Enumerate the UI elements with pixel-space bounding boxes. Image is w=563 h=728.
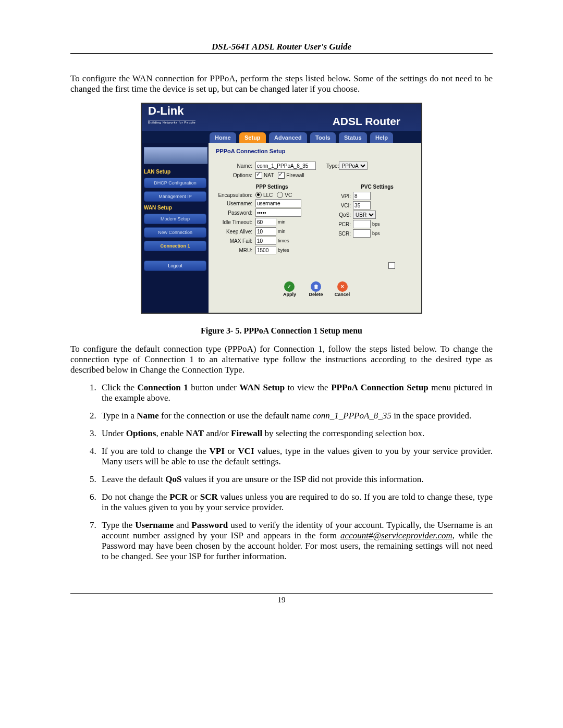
sidebar-heading-lan: LAN Setup [144,169,206,175]
page-footer: 19 [70,593,493,604]
mru-unit: bytes [278,248,289,253]
step-6: Do not change the PCR or SCR values unle… [99,492,493,513]
idle-timeout-label: Idle Timeout: [216,219,255,225]
llc-radio[interactable] [255,192,262,198]
pcr-label: PCR: [338,221,353,227]
figure-caption: Figure 3- 5. PPPoA Connection 1 Setup me… [70,326,493,336]
sidebar-new-connection[interactable]: New Connection [144,227,206,238]
keep-unit: min [278,229,286,234]
mru-label: MRU: [216,248,255,253]
delete-icon[interactable]: 🗑 [311,281,321,292]
mru-input[interactable] [255,246,276,254]
tab-setup[interactable]: Setup [239,132,266,143]
dlink-logo-sub: Building Networks for People [148,120,195,124]
pvc-settings-title: PVC Settings [338,184,416,190]
dlink-logo: D-Link [148,106,416,116]
options-label: Options: [216,172,255,178]
cancel-label: Cancel [330,292,355,297]
sidebar-connection-1[interactable]: Connection 1 [144,241,206,251]
vpi-label: VPI: [338,193,353,199]
encap-label: Encapsulation: [216,192,255,198]
nat-label: NAT [264,172,274,178]
keep-alive-label: Keep Alive: [216,229,255,235]
vci-label: VCI: [338,203,353,208]
apply-label: Apply [277,292,302,297]
password-input[interactable] [255,208,301,217]
qos-label: QoS: [338,212,353,218]
intro-paragraph: To configure the WAN connection for PPPo… [70,73,493,94]
steps-list: Click the Connection 1 button under WAN … [70,382,493,562]
vpi-input[interactable] [353,192,371,200]
pcr-input[interactable] [353,220,371,228]
figure-router-screenshot: D-Link Building Networks for People ADSL… [70,103,493,314]
step-7: Type the Username and Password used to v… [99,520,493,562]
bottom-checkbox[interactable] [388,262,395,269]
tab-help[interactable]: Help [370,132,393,143]
max-fail-label: MAX Fail: [216,238,255,244]
router-tabs: Home Setup Advanced Tools Status Help [142,131,421,143]
type-select[interactable]: PPPoA [339,162,368,170]
llc-label: LLC [263,192,273,198]
device-image [144,147,207,164]
qos-select[interactable]: UBR [353,211,376,219]
sidebar-modem-setup[interactable]: Modem Setup [144,214,206,224]
name-label: Name: [216,163,255,169]
content-title: PPPoA Connection Setup [216,148,416,154]
nat-checkbox[interactable] [255,172,262,179]
vci-input[interactable] [353,201,371,209]
firewall-label: Firewall [286,172,304,178]
tab-home[interactable]: Home [210,132,236,143]
type-label: Type: [326,163,339,169]
router-sidebar: LAN Setup DHCP Configuration Management … [142,143,209,313]
delete-label: Delete [303,292,328,297]
vc-label: VC [285,192,292,198]
scr-input[interactable] [353,229,371,238]
router-banner: D-Link Building Networks for People ADSL… [142,104,421,131]
router-content: PPPoA Connection Setup Name: Type: PPPoA… [209,143,421,313]
name-input[interactable] [255,162,316,170]
idle-unit: min [278,219,286,225]
step-4: If you are told to change the VPI or VCI… [99,446,493,467]
username-label: Username: [216,201,255,206]
tab-tools[interactable]: Tools [310,132,336,143]
step-2: Type in a Name for the connection or use… [99,411,493,421]
banner-title: ADSL Router [333,115,400,128]
para-after-figure: To configure the default connection type… [70,344,493,375]
sidebar-heading-wan: WAN Setup [144,205,206,211]
password-label: Password: [216,210,255,216]
tab-status[interactable]: Status [339,132,367,143]
sidebar-management-ip[interactable]: Management IP [144,191,206,202]
step-3: Under Options, enable NAT and/or Firewal… [99,428,493,439]
ppp-settings-title: PPP Settings [216,184,328,190]
cancel-icon[interactable]: ✕ [337,281,348,292]
apply-icon[interactable]: ✓ [284,281,295,292]
scr-label: SCR: [338,231,353,237]
max-fail-input[interactable] [255,237,276,245]
sidebar-dhcp-config[interactable]: DHCP Configuration [144,178,206,188]
username-input[interactable] [255,199,301,207]
max-unit: times [278,238,289,243]
page-header: DSL-564T ADSL Router User's Guide [70,42,493,54]
idle-timeout-input[interactable] [255,218,276,226]
pcr-unit: bps [372,221,380,227]
firewall-checkbox[interactable] [278,172,285,179]
sidebar-logout[interactable]: Logout [144,261,206,271]
scr-unit: bps [372,231,380,236]
step-1: Click the Connection 1 button under WAN … [99,382,493,403]
tab-advanced[interactable]: Advanced [269,132,307,143]
vc-radio[interactable] [277,192,283,198]
step-5: Leave the default QoS values if you are … [99,474,493,485]
keep-alive-input[interactable] [255,227,276,236]
